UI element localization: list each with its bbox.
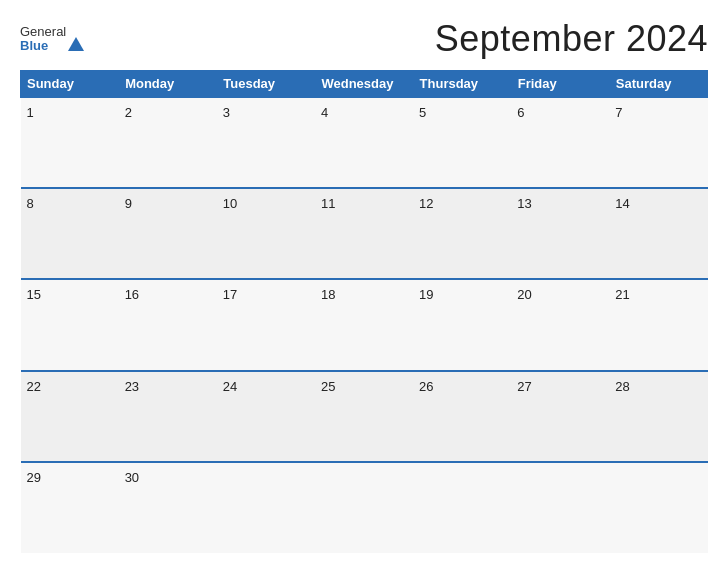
date-number: 24 bbox=[223, 379, 237, 394]
calendar-cell-2-3: 10 bbox=[217, 188, 315, 279]
date-number: 26 bbox=[419, 379, 433, 394]
calendar-cell-2-6: 13 bbox=[511, 188, 609, 279]
header-wednesday: Wednesday bbox=[315, 71, 413, 98]
date-number: 12 bbox=[419, 196, 433, 211]
calendar-cell-1-6: 6 bbox=[511, 97, 609, 188]
date-number: 8 bbox=[27, 196, 34, 211]
date-number: 4 bbox=[321, 105, 328, 120]
calendar-cell-1-2: 2 bbox=[119, 97, 217, 188]
date-number: 17 bbox=[223, 287, 237, 302]
header-friday: Friday bbox=[511, 71, 609, 98]
date-number: 29 bbox=[27, 470, 41, 485]
date-number: 23 bbox=[125, 379, 139, 394]
date-number: 2 bbox=[125, 105, 132, 120]
calendar-cell-3-6: 20 bbox=[511, 279, 609, 370]
calendar-cell-3-4: 18 bbox=[315, 279, 413, 370]
date-number: 10 bbox=[223, 196, 237, 211]
calendar-cell-4-3: 24 bbox=[217, 371, 315, 462]
date-number: 20 bbox=[517, 287, 531, 302]
calendar-cell-4-5: 26 bbox=[413, 371, 511, 462]
date-number: 1 bbox=[27, 105, 34, 120]
calendar-cell-1-4: 4 bbox=[315, 97, 413, 188]
header-tuesday: Tuesday bbox=[217, 71, 315, 98]
header-saturday: Saturday bbox=[609, 71, 707, 98]
calendar-cell-4-6: 27 bbox=[511, 371, 609, 462]
date-number: 7 bbox=[615, 105, 622, 120]
calendar-cell-4-1: 22 bbox=[21, 371, 119, 462]
logo-blue-text: Blue bbox=[20, 39, 66, 53]
calendar-cell-3-7: 21 bbox=[609, 279, 707, 370]
calendar-cell-4-7: 28 bbox=[609, 371, 707, 462]
date-number: 19 bbox=[419, 287, 433, 302]
date-number: 3 bbox=[223, 105, 230, 120]
logo: General Blue bbox=[20, 25, 84, 54]
calendar-cell-4-4: 25 bbox=[315, 371, 413, 462]
calendar-cell-5-4 bbox=[315, 462, 413, 553]
calendar-cell-1-1: 1 bbox=[21, 97, 119, 188]
calendar-cell-5-6 bbox=[511, 462, 609, 553]
calendar-cell-2-5: 12 bbox=[413, 188, 511, 279]
header-monday: Monday bbox=[119, 71, 217, 98]
week-row-4: 22232425262728 bbox=[21, 371, 708, 462]
date-number: 9 bbox=[125, 196, 132, 211]
calendar-cell-5-7 bbox=[609, 462, 707, 553]
calendar-cell-5-2: 30 bbox=[119, 462, 217, 553]
logo-text: General Blue bbox=[20, 25, 66, 54]
calendar-cell-1-3: 3 bbox=[217, 97, 315, 188]
date-number: 13 bbox=[517, 196, 531, 211]
date-number: 16 bbox=[125, 287, 139, 302]
calendar-cell-2-2: 9 bbox=[119, 188, 217, 279]
date-number: 15 bbox=[27, 287, 41, 302]
header: General Blue September 2024 bbox=[20, 18, 708, 60]
header-sunday: Sunday bbox=[21, 71, 119, 98]
calendar-cell-3-5: 19 bbox=[413, 279, 511, 370]
calendar-cell-4-2: 23 bbox=[119, 371, 217, 462]
date-number: 27 bbox=[517, 379, 531, 394]
days-header-row: Sunday Monday Tuesday Wednesday Thursday… bbox=[21, 71, 708, 98]
date-number: 28 bbox=[615, 379, 629, 394]
date-number: 18 bbox=[321, 287, 335, 302]
date-number: 14 bbox=[615, 196, 629, 211]
calendar-page: General Blue September 2024 Sunday Monda… bbox=[0, 0, 728, 563]
date-number: 22 bbox=[27, 379, 41, 394]
calendar-cell-2-4: 11 bbox=[315, 188, 413, 279]
calendar-cell-3-2: 16 bbox=[119, 279, 217, 370]
date-number: 21 bbox=[615, 287, 629, 302]
logo-triangle-icon bbox=[68, 37, 84, 51]
header-thursday: Thursday bbox=[413, 71, 511, 98]
date-number: 5 bbox=[419, 105, 426, 120]
week-row-2: 891011121314 bbox=[21, 188, 708, 279]
week-row-5: 2930 bbox=[21, 462, 708, 553]
calendar-cell-3-3: 17 bbox=[217, 279, 315, 370]
calendar-cell-1-7: 7 bbox=[609, 97, 707, 188]
calendar-cell-5-5 bbox=[413, 462, 511, 553]
date-number: 30 bbox=[125, 470, 139, 485]
calendar-cell-1-5: 5 bbox=[413, 97, 511, 188]
week-row-1: 1234567 bbox=[21, 97, 708, 188]
calendar-cell-2-1: 8 bbox=[21, 188, 119, 279]
calendar-cell-2-7: 14 bbox=[609, 188, 707, 279]
date-number: 11 bbox=[321, 196, 335, 211]
calendar-table: Sunday Monday Tuesday Wednesday Thursday… bbox=[20, 70, 708, 553]
calendar-cell-5-3 bbox=[217, 462, 315, 553]
date-number: 25 bbox=[321, 379, 335, 394]
calendar-title: September 2024 bbox=[435, 18, 708, 60]
date-number: 6 bbox=[517, 105, 524, 120]
calendar-cell-3-1: 15 bbox=[21, 279, 119, 370]
week-row-3: 15161718192021 bbox=[21, 279, 708, 370]
logo-general-text: General bbox=[20, 25, 66, 39]
calendar-cell-5-1: 29 bbox=[21, 462, 119, 553]
